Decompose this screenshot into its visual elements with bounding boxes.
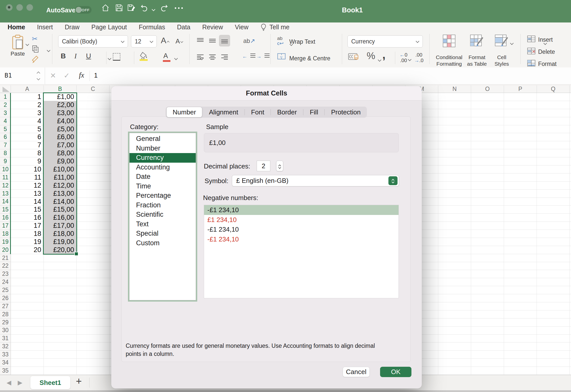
- paste-chevron-icon[interactable]: [25, 43, 29, 46]
- cell-a7[interactable]: 7: [11, 141, 43, 149]
- row-header-32[interactable]: 32: [0, 342, 11, 351]
- fill-color-chevron-icon[interactable]: [174, 57, 178, 60]
- more-commands-icon[interactable]: [174, 7, 184, 10]
- ribbon-tab-view[interactable]: View: [235, 23, 249, 31]
- row-header-21[interactable]: 21: [0, 254, 11, 262]
- cell-a15[interactable]: 15: [11, 206, 43, 214]
- add-sheet-button[interactable]: +: [76, 376, 82, 387]
- row-header-33[interactable]: 33: [0, 351, 11, 359]
- name-box[interactable]: B1: [0, 67, 45, 84]
- cell-a3[interactable]: 3: [11, 109, 43, 117]
- formula-bar-value[interactable]: 1: [94, 72, 98, 79]
- row-header-17[interactable]: 17: [0, 222, 11, 230]
- ribbon-tab-insert[interactable]: Insert: [37, 23, 53, 31]
- minimize-window-button[interactable]: [16, 4, 23, 11]
- font-size-select[interactable]: 12: [131, 35, 157, 47]
- format-painter-icon[interactable]: [31, 55, 40, 64]
- copy-chevron-icon[interactable]: [47, 49, 50, 52]
- category-item-currency[interactable]: Currency: [129, 153, 196, 163]
- increase-decimal-button[interactable]: .00→.0: [414, 52, 424, 63]
- wrap-text-button[interactable]: Wrap Text: [289, 38, 315, 45]
- category-item-time[interactable]: Time: [129, 182, 196, 191]
- cell-a14[interactable]: 14: [11, 198, 43, 206]
- row-header-11[interactable]: 11: [0, 174, 11, 182]
- row-header-29[interactable]: 29: [0, 318, 11, 327]
- copy-icon[interactable]: [32, 45, 39, 53]
- row-header-12[interactable]: 12: [0, 182, 11, 190]
- cell-a12[interactable]: 12: [11, 182, 43, 190]
- format-as-table-button[interactable]: Formatas Table: [467, 54, 487, 67]
- column-header-o[interactable]: O: [471, 85, 504, 93]
- row-header-7[interactable]: 7: [0, 141, 11, 149]
- symbol-popup[interactable]: £ English (en-GB): [232, 175, 399, 186]
- category-item-number[interactable]: Number: [129, 144, 196, 153]
- conditional-formatting-button[interactable]: ConditionalFormatting: [433, 54, 465, 67]
- column-header-c[interactable]: C: [77, 85, 109, 93]
- insert-button[interactable]: Insert: [538, 36, 553, 43]
- save-as-icon[interactable]: [127, 4, 136, 12]
- align-center-button[interactable]: [207, 52, 218, 63]
- cell-a5[interactable]: 5: [11, 125, 43, 133]
- font-color-icon[interactable]: A: [163, 52, 168, 60]
- cell-a1[interactable]: 1: [11, 93, 43, 101]
- autosave-toggle[interactable]: OFF: [75, 6, 92, 14]
- cell-a10[interactable]: 10: [11, 165, 43, 174]
- cell-a18[interactable]: 18: [11, 230, 43, 238]
- merge-centre-button[interactable]: Merge & Centre: [289, 55, 330, 62]
- number-format-select[interactable]: Currency: [347, 35, 423, 47]
- cell-a2[interactable]: 2: [11, 101, 43, 109]
- row-header-18[interactable]: 18: [0, 230, 11, 238]
- column-header-q[interactable]: Q: [537, 85, 570, 93]
- cell-a16[interactable]: 16: [11, 214, 43, 222]
- cell-styles-icon[interactable]: [495, 34, 509, 47]
- row-header-19[interactable]: 19: [0, 238, 11, 246]
- row-header-10[interactable]: 10: [0, 165, 11, 174]
- prev-sheet-icon[interactable]: ◀: [7, 379, 11, 386]
- dialog-tab-border[interactable]: Border: [271, 107, 303, 118]
- merge-centre-chevron-icon[interactable]: [378, 58, 381, 62]
- category-item-special[interactable]: Special: [129, 229, 196, 238]
- category-item-scientific[interactable]: Scientific: [129, 210, 196, 219]
- row-header-13[interactable]: 13: [0, 190, 11, 198]
- cell-a9[interactable]: 9: [11, 157, 43, 165]
- cell-a17[interactable]: 17: [11, 222, 43, 230]
- row-header-25[interactable]: 25: [0, 286, 11, 294]
- cell-a8[interactable]: 8: [11, 149, 43, 157]
- row-header-9[interactable]: 9: [0, 157, 11, 165]
- borders-icon[interactable]: [113, 53, 120, 61]
- name-box-stepper[interactable]: [36, 70, 40, 81]
- cell-a6[interactable]: 6: [11, 133, 43, 141]
- category-item-custom[interactable]: Custom: [129, 238, 196, 248]
- accounting-chevron-icon[interactable]: [408, 58, 411, 61]
- percent-style-button[interactable]: %: [367, 51, 375, 61]
- undo-menu-chevron-icon[interactable]: [152, 8, 155, 11]
- decrease-font-size-button[interactable]: A: [175, 37, 183, 45]
- accounting-format-icon[interactable]: [348, 53, 359, 61]
- negative-option-4[interactable]: -£1 234,10: [204, 234, 399, 244]
- row-header-14[interactable]: 14: [0, 198, 11, 206]
- row-header-27[interactable]: 27: [0, 302, 11, 310]
- column-header-p[interactable]: P: [504, 85, 537, 93]
- row-header-35[interactable]: 35: [0, 367, 11, 375]
- ribbon-tab-tell-me[interactable]: Tell me: [260, 23, 289, 31]
- cancel-button[interactable]: Cancel: [343, 367, 370, 377]
- sheet-tab-sheet1[interactable]: Sheet1: [30, 376, 70, 389]
- category-item-general[interactable]: General: [129, 134, 196, 144]
- row-header-1[interactable]: 1: [0, 93, 11, 101]
- row-header-23[interactable]: 23: [0, 270, 11, 278]
- decrease-decimal-button[interactable]: ←0.00: [400, 52, 407, 63]
- category-item-fraction[interactable]: Fraction: [129, 201, 196, 210]
- row-header-3[interactable]: 3: [0, 109, 11, 117]
- category-item-text[interactable]: Text: [129, 219, 196, 229]
- confirm-entry-icon[interactable]: ✓: [64, 71, 70, 80]
- select-all-corner[interactable]: [0, 85, 11, 93]
- bold-button[interactable]: B: [61, 52, 66, 60]
- ribbon-tab-formulas[interactable]: Formulas: [139, 23, 165, 31]
- ribbon-tab-home[interactable]: Home: [8, 23, 25, 31]
- row-header-24[interactable]: 24: [0, 278, 11, 286]
- row-header-4[interactable]: 4: [0, 117, 11, 125]
- row-header-2[interactable]: 2: [0, 101, 11, 109]
- underline-button[interactable]: U: [86, 52, 91, 60]
- ribbon-tab-page-layout[interactable]: Page Layout: [91, 23, 127, 31]
- ok-button[interactable]: OK: [380, 367, 411, 377]
